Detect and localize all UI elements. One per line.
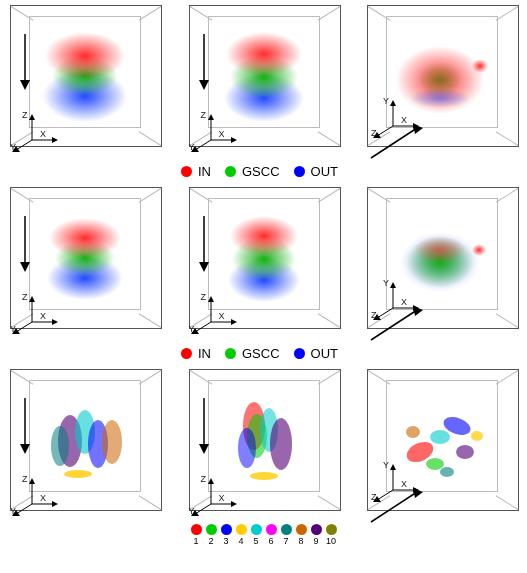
legend-dot-2-icon bbox=[206, 524, 217, 535]
legend-num-7: 7 bbox=[283, 536, 288, 546]
legend-dot-gscc-icon bbox=[225, 166, 236, 177]
panel-r3-c3: Y X Z bbox=[357, 364, 527, 524]
legend-num-3: 3 bbox=[223, 536, 228, 546]
panel-r1-c1: Z X Y bbox=[0, 0, 170, 160]
legend-dot-3-icon bbox=[221, 524, 232, 535]
legend-row-2: IN GSCC OUT bbox=[0, 342, 527, 364]
legend-dot-out-icon bbox=[294, 348, 305, 359]
panel-r3-c1: Z X Y bbox=[0, 364, 170, 524]
panel-row-3: Z X Y Z bbox=[0, 364, 527, 524]
legend-num-1: 1 bbox=[193, 536, 198, 546]
legend-num-5: 5 bbox=[253, 536, 258, 546]
panel-r2-c1: Z X Y bbox=[0, 182, 170, 342]
panel-r3-c2: Z X Y bbox=[179, 364, 349, 524]
legend-num-9: 9 bbox=[313, 536, 318, 546]
panel-row-1: Z X Y bbox=[0, 0, 527, 160]
legend-dot-5-icon bbox=[251, 524, 262, 535]
legend-dot-6-icon bbox=[266, 524, 277, 535]
legend-num-6: 6 bbox=[268, 536, 273, 546]
legend-row-3: 1 2 3 4 5 6 7 8 9 10 bbox=[0, 524, 527, 546]
legend-dot-10-icon bbox=[326, 524, 337, 535]
legend-gscc-label: GSCC bbox=[242, 164, 280, 179]
panel-r1-c2: Z X Y bbox=[179, 0, 349, 160]
legend-dot-1-icon bbox=[191, 524, 202, 535]
panel-r1-c3: Y X Z bbox=[357, 0, 527, 160]
legend-num-8: 8 bbox=[298, 536, 303, 546]
legend-dot-in-icon bbox=[181, 348, 192, 359]
legend-in-label: IN bbox=[198, 164, 211, 179]
legend-dot-9-icon bbox=[311, 524, 322, 535]
legend-num-10: 10 bbox=[326, 536, 336, 546]
legend-dot-8-icon bbox=[296, 524, 307, 535]
figure-root: Z X Y bbox=[0, 0, 527, 573]
legend-row-1: IN GSCC OUT bbox=[0, 160, 527, 182]
legend-dot-in-icon bbox=[181, 166, 192, 177]
legend-num-2: 2 bbox=[208, 536, 213, 546]
panel-r2-c2: Z X Y bbox=[179, 182, 349, 342]
legend-dot-out-icon bbox=[294, 166, 305, 177]
panel-row-2: Z X Y Z X Y bbox=[0, 182, 527, 342]
legend-dot-gscc-icon bbox=[225, 348, 236, 359]
legend-num-4: 4 bbox=[238, 536, 243, 546]
legend-dot-4-icon bbox=[236, 524, 247, 535]
legend-dot-7-icon bbox=[281, 524, 292, 535]
legend-out-label: OUT bbox=[311, 164, 338, 179]
panel-r2-c3: Y X Z bbox=[357, 182, 527, 342]
